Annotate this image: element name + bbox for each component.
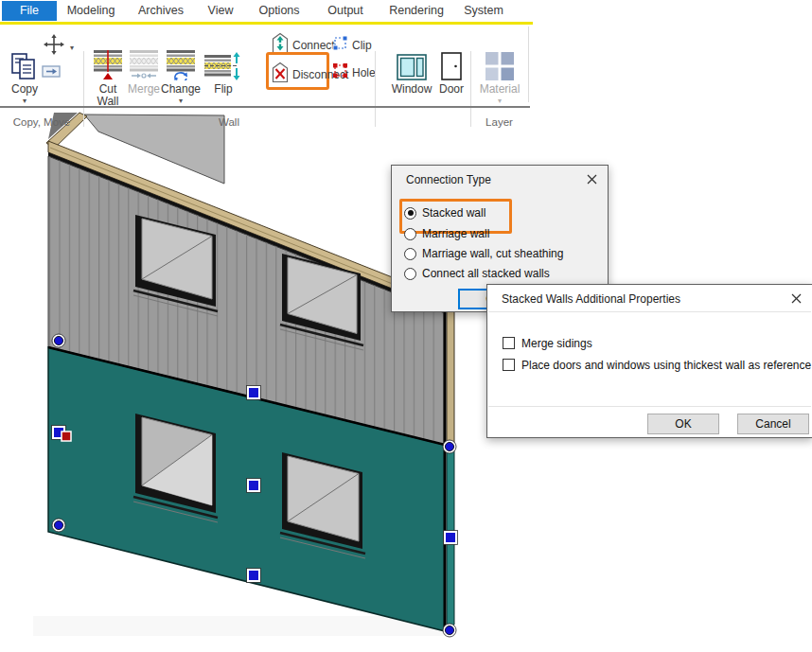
flip-label: Flip bbox=[214, 83, 232, 96]
wall-end-tan bbox=[447, 305, 454, 448]
merge-icon bbox=[130, 50, 158, 80]
tab-file[interactable]: File bbox=[2, 1, 57, 21]
group-separator bbox=[375, 51, 376, 127]
checkbox[interactable] bbox=[503, 359, 515, 371]
footer-separator bbox=[488, 406, 811, 407]
group-separator bbox=[83, 51, 84, 127]
change-icon bbox=[167, 50, 195, 80]
radio-button-selected[interactable] bbox=[404, 207, 416, 220]
radio-button[interactable] bbox=[404, 268, 416, 280]
radio-marriage-wall[interactable]: Marriage wall bbox=[404, 226, 489, 241]
connect-button[interactable]: Connect bbox=[272, 32, 335, 58]
checkbox-label: Merge sidings bbox=[521, 337, 592, 350]
move-button[interactable]: ▾ bbox=[44, 34, 74, 59]
move-icon bbox=[44, 34, 66, 59]
close-icon[interactable] bbox=[788, 291, 804, 307]
radio-label: Marriage wall, cut sheathing bbox=[422, 247, 563, 260]
radio-marriage-wall-cut-sheathing[interactable]: Marriage wall, cut sheathing bbox=[404, 246, 563, 261]
edge-handle[interactable] bbox=[247, 386, 261, 400]
merge-label: Merge bbox=[128, 83, 160, 96]
checkbox[interactable] bbox=[503, 337, 515, 349]
radio-label: Marriage wall bbox=[422, 227, 489, 240]
copy-label: Copy bbox=[11, 83, 38, 96]
group-label-layer: Layer bbox=[470, 116, 528, 128]
material-label: Material bbox=[480, 83, 521, 96]
ribbon-tab-bar: File Modeling Archives View Options Outp… bbox=[0, 0, 812, 22]
vertex-handle[interactable] bbox=[443, 440, 456, 453]
window-label: Window bbox=[392, 83, 432, 96]
radio-stacked-wall[interactable]: Stacked wall bbox=[404, 205, 485, 220]
material-icon bbox=[485, 50, 514, 80]
flip-icon bbox=[204, 50, 242, 80]
tab-view[interactable]: View bbox=[203, 1, 239, 21]
checkbox-place-doors-windows[interactable]: Place doors and windows using thickest w… bbox=[503, 358, 811, 372]
checkbox-label: Place doors and windows using thickest w… bbox=[521, 359, 811, 372]
ribbon-right-edge bbox=[528, 26, 529, 102]
reference-point-handle[interactable] bbox=[62, 432, 71, 441]
vertex-handle[interactable] bbox=[443, 624, 456, 637]
ribbon-bottom-border bbox=[0, 106, 530, 108]
dialog-title: Stacked Walls Additional Properties bbox=[502, 292, 680, 306]
cancel-button[interactable]: Cancel bbox=[737, 414, 809, 434]
ribbon: Copy ▾ ▾ bbox=[0, 25, 533, 106]
clip-button[interactable]: Clip bbox=[332, 35, 372, 55]
cut-wall-label: Cut Wall bbox=[97, 83, 119, 108]
vertex-handle[interactable] bbox=[52, 334, 65, 347]
checkbox-merge-sidings[interactable]: Merge sidings bbox=[503, 336, 592, 350]
tab-system[interactable]: System bbox=[458, 1, 509, 21]
title-separator bbox=[488, 311, 811, 312]
door-label: Door bbox=[439, 83, 464, 96]
group-separator bbox=[470, 51, 471, 127]
copy-icon bbox=[9, 50, 40, 80]
connect-label: Connect bbox=[292, 39, 335, 52]
connect-icon bbox=[272, 32, 289, 58]
ground-plane bbox=[33, 616, 450, 636]
radio-button[interactable] bbox=[404, 228, 416, 240]
change-label: Change bbox=[161, 83, 201, 96]
hole-label: Hole bbox=[352, 66, 376, 79]
tab-modeling[interactable]: Modeling bbox=[62, 1, 121, 21]
paste-to-button[interactable] bbox=[42, 64, 62, 82]
material-dropdown-arrow: ▾ bbox=[498, 97, 502, 104]
radio-connect-all-stacked-walls[interactable]: Connect all stacked walls bbox=[404, 266, 550, 281]
hole-button[interactable]: Hole bbox=[332, 62, 376, 82]
disconnect-icon bbox=[272, 62, 289, 87]
radio-label: Connect all stacked walls bbox=[422, 267, 550, 280]
door-icon bbox=[441, 50, 462, 80]
application-window: File Modeling Archives View Options Outp… bbox=[0, 0, 812, 652]
paste-to-icon bbox=[42, 64, 62, 82]
move-dropdown-arrow[interactable]: ▾ bbox=[70, 44, 74, 51]
tab-archives[interactable]: Archives bbox=[132, 1, 189, 21]
window-icon bbox=[397, 50, 427, 80]
dialog-title: Connection Type bbox=[406, 173, 491, 186]
cut-wall-icon bbox=[94, 50, 122, 80]
stacked-walls-additional-properties-dialog: Stacked Walls Additional Properties Merg… bbox=[486, 284, 812, 438]
radio-button[interactable] bbox=[404, 248, 416, 260]
ok-button[interactable]: OK bbox=[647, 414, 719, 434]
vertex-handle[interactable] bbox=[52, 519, 65, 532]
close-icon[interactable] bbox=[584, 171, 600, 187]
copy-dropdown-arrow[interactable]: ▾ bbox=[23, 97, 26, 104]
group-label-wall: Wall bbox=[83, 116, 375, 128]
edge-handle[interactable] bbox=[444, 531, 458, 545]
group-label-copy-move: Copy, Move bbox=[0, 116, 83, 128]
tab-rendering[interactable]: Rendering bbox=[383, 1, 450, 21]
tab-output[interactable]: Output bbox=[322, 1, 369, 21]
edge-handle[interactable] bbox=[247, 479, 261, 493]
hole-icon bbox=[332, 62, 348, 82]
change-dropdown-arrow[interactable]: ▾ bbox=[179, 97, 183, 104]
edge-handle[interactable] bbox=[247, 569, 261, 583]
tab-options[interactable]: Options bbox=[253, 1, 305, 21]
radio-label: Stacked wall bbox=[422, 206, 485, 220]
clip-icon bbox=[332, 35, 348, 55]
clip-label: Clip bbox=[352, 39, 372, 52]
